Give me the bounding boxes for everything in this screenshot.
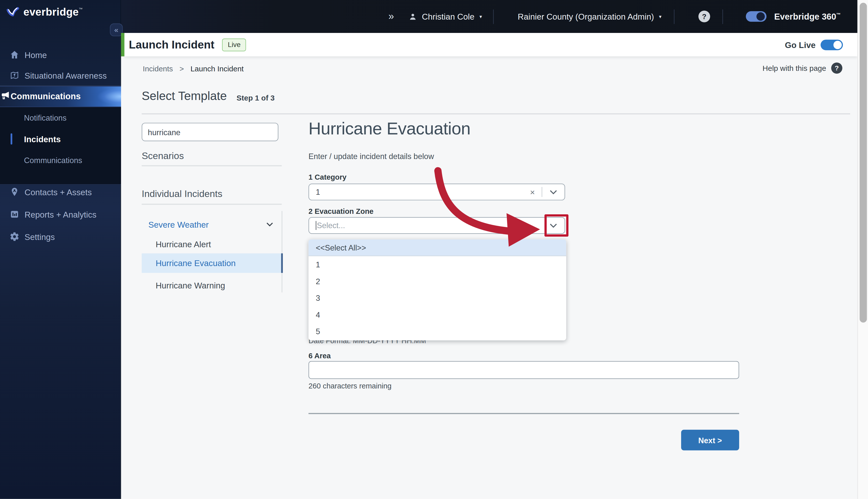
group-severe-weather[interactable]: Severe Weather — [142, 217, 281, 232]
evacuation-zone-select[interactable]: Select... — [308, 217, 565, 234]
divider — [142, 204, 282, 205]
incident-subtitle: Enter / update incident details below — [308, 152, 434, 161]
user-menu[interactable]: Christian Cole ▾ — [408, 12, 482, 21]
logo-tm: ™ — [79, 7, 83, 11]
clear-icon[interactable]: × — [523, 187, 542, 197]
list-scrollbar-thumb[interactable] — [281, 253, 283, 273]
area-field — [308, 361, 739, 379]
topbar-divider — [722, 9, 723, 24]
chevron-down-icon[interactable] — [266, 222, 273, 227]
dropdown-option-3[interactable]: 3 — [308, 290, 566, 306]
chevron-down-icon[interactable] — [542, 223, 565, 228]
submenu-label: Communications — [24, 156, 82, 165]
sidebar-item-home[interactable]: Home — [0, 45, 121, 65]
scenarios-heading: Scenarios — [142, 151, 184, 162]
megaphone-icon — [0, 90, 11, 103]
divider — [142, 113, 850, 114]
map-icon — [10, 70, 20, 81]
breadcrumb-incidents[interactable]: Incidents — [143, 65, 173, 73]
page-help-icon[interactable]: ? — [831, 63, 842, 74]
app-root: » Christian Cole ▾ Rainier County (Organ… — [0, 0, 868, 499]
toggle-knob — [756, 12, 765, 21]
sidebar-item-notifications[interactable]: Notifications — [0, 107, 121, 128]
submenu-label: Notifications — [24, 113, 66, 122]
area-input[interactable] — [308, 361, 739, 379]
list-item-hurricane-alert[interactable]: Hurricane Alert — [142, 235, 282, 252]
area-label: 6 Area — [308, 352, 331, 360]
next-button[interactable]: Next > — [681, 430, 739, 450]
org-caret-icon: ▾ — [659, 14, 661, 19]
page-scrollbar-thumb[interactable] — [860, 3, 867, 322]
org-name: Rainier County (Organization Admin) — [518, 12, 654, 21]
sidebar-item-communications-sub[interactable]: Communications — [0, 149, 121, 171]
chevron-down-icon[interactable] — [542, 190, 565, 194]
page-scrollbar — [857, 0, 868, 499]
home-icon — [10, 50, 20, 60]
go-live-label: Go Live — [785, 40, 816, 49]
breadcrumb: Incidents > Launch Incident — [143, 65, 244, 73]
list-item-hurricane-warning[interactable]: Hurricane Warning — [142, 277, 282, 294]
topbar-divider — [674, 9, 674, 24]
active-indicator — [11, 133, 12, 145]
collapse-sidebar-button[interactable]: « — [110, 23, 123, 36]
logo-text: everbridge — [23, 6, 78, 19]
sidebar-item-label: Reports + Analytics — [25, 209, 97, 219]
communications-submenu: Notifications Incidents Communications — [0, 107, 121, 185]
incident-title: Hurricane Evacuation — [308, 119, 470, 139]
evacuation-zone-label: 2 Evacuation Zone — [308, 207, 373, 215]
sidebar-item-situational-awareness[interactable]: Situational Awareness — [0, 65, 121, 85]
individual-incidents-heading: Individual Incidents — [142, 189, 222, 200]
gear-icon — [10, 232, 20, 242]
group-label: Severe Weather — [148, 220, 209, 229]
toggle-knob — [833, 40, 842, 49]
list-item-label: Hurricane Evacuation — [156, 258, 236, 268]
top-bar: » Christian Cole ▾ Rainier County (Organ… — [0, 0, 857, 33]
help-with-page-label: Help with this page — [762, 64, 826, 72]
dropdown-option-2[interactable]: 2 — [308, 273, 566, 290]
sidebar-item-label: Situational Awareness — [25, 71, 107, 80]
everbridge-logo-mark — [7, 6, 21, 19]
expand-panel-icon[interactable]: » — [388, 11, 394, 22]
everbridge-360-toggle[interactable] — [746, 11, 766, 22]
live-badge: Live — [222, 38, 246, 51]
page-header: Launch Incident Live Go Live — [124, 33, 857, 56]
list-item-label: Hurricane Alert — [156, 239, 211, 249]
category-label: 1 Category — [308, 173, 346, 181]
go-live-toggle[interactable] — [820, 39, 843, 50]
user-name: Christian Cole — [422, 12, 474, 21]
template-search — [142, 123, 278, 141]
breadcrumb-current: Launch Incident — [190, 65, 244, 73]
dropdown-option-5[interactable]: 5 — [308, 323, 566, 340]
contacts-pin-icon — [10, 187, 20, 197]
step-indicator: Step 1 of 3 — [237, 94, 275, 102]
text-cursor — [316, 221, 316, 230]
org-menu[interactable]: Rainier County (Organization Admin) ▾ — [518, 12, 661, 21]
product-name: Everbridge 360™ — [774, 12, 841, 22]
evacuation-zone-dropdown: <<Select All>> 1 2 3 4 5 — [308, 240, 566, 340]
dropdown-option-1[interactable]: 1 — [308, 256, 566, 273]
help-icon[interactable]: ? — [698, 11, 710, 22]
everbridge-logo: everbridge ™ — [7, 6, 83, 19]
category-value: 1 — [316, 187, 320, 196]
breadcrumb-separator: > — [179, 65, 184, 73]
select-template-title: Select Template — [142, 89, 227, 103]
sidebar-item-label: Settings — [25, 232, 55, 242]
accent-bar — [121, 33, 124, 56]
sidebar-item-label: Contacts + Assets — [25, 187, 92, 197]
sidebar: everbridge ™ « Home Situational Awarenes… — [0, 0, 121, 499]
sidebar-item-communications[interactable]: Communications — [0, 86, 121, 107]
sidebar-item-reports-analytics[interactable]: Reports + Analytics — [0, 204, 121, 224]
characters-remaining: 260 characters remaining — [308, 382, 392, 390]
template-search-input[interactable] — [142, 123, 278, 141]
topbar-divider — [493, 9, 494, 24]
sidebar-item-settings[interactable]: Settings — [0, 227, 121, 247]
list-item-label: Hurricane Warning — [156, 280, 225, 290]
form-divider — [308, 413, 739, 414]
list-item-hurricane-evacuation[interactable]: Hurricane Evacuation — [142, 253, 282, 273]
sidebar-item-incidents[interactable]: Incidents — [0, 129, 121, 149]
category-select[interactable]: 1 × — [308, 184, 565, 200]
dropdown-option-4[interactable]: 4 — [308, 306, 566, 323]
dropdown-option-select-all[interactable]: <<Select All>> — [308, 240, 566, 256]
template-list: Severe Weather Hurricane Alert Hurricane… — [142, 209, 282, 294]
sidebar-item-contacts-assets[interactable]: Contacts + Assets — [0, 182, 121, 202]
